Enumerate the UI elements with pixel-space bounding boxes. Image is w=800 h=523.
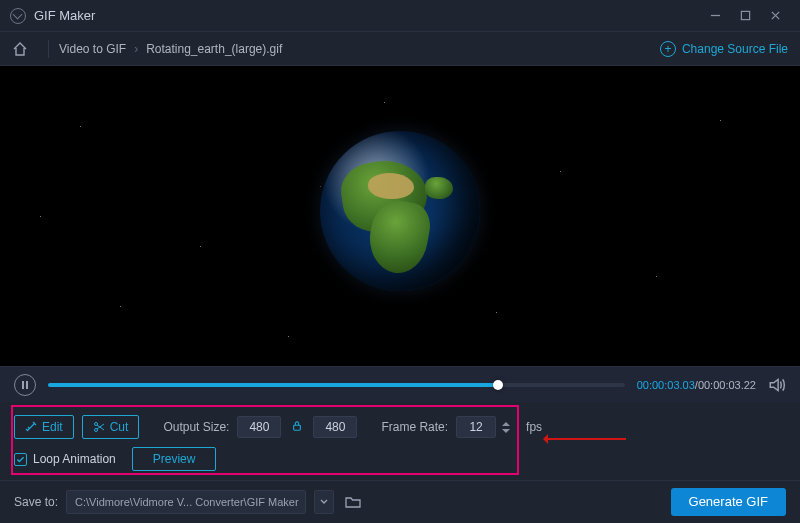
change-source-button[interactable]: + Change Source File bbox=[660, 41, 788, 57]
maximize-icon bbox=[740, 10, 751, 21]
loop-animation-label: Loop Animation bbox=[33, 452, 116, 466]
footer: Save to: C:\Vidmore\Vidmore V... Convert… bbox=[0, 480, 800, 522]
edit-button[interactable]: Edit bbox=[14, 415, 74, 439]
toolbar: Video to GIF › Rotating_earth_(large).gi… bbox=[0, 32, 800, 66]
breadcrumb-file[interactable]: Rotating_earth_(large).gif bbox=[146, 42, 282, 56]
volume-icon bbox=[768, 376, 786, 394]
caret-down-icon bbox=[320, 498, 328, 506]
home-button[interactable] bbox=[12, 41, 28, 57]
cut-label: Cut bbox=[110, 420, 129, 434]
current-time: 00:00:03.03 bbox=[637, 379, 695, 391]
browse-folder-button[interactable] bbox=[342, 491, 364, 513]
pause-button[interactable] bbox=[14, 374, 36, 396]
app-logo-icon bbox=[10, 8, 26, 24]
breadcrumb-root[interactable]: Video to GIF bbox=[59, 42, 126, 56]
checkbox-box bbox=[14, 453, 27, 466]
seek-fill bbox=[48, 383, 498, 387]
cut-button[interactable]: Cut bbox=[82, 415, 140, 439]
lock-aspect-button[interactable] bbox=[289, 420, 305, 435]
generate-gif-button[interactable]: Generate GIF bbox=[671, 488, 786, 516]
save-to-label: Save to: bbox=[14, 495, 58, 509]
spinner-up[interactable] bbox=[502, 422, 510, 426]
chevron-right-icon: › bbox=[134, 42, 138, 56]
app-title: GIF Maker bbox=[34, 8, 95, 23]
save-path-dropdown[interactable] bbox=[314, 490, 334, 514]
video-preview bbox=[0, 66, 800, 366]
lock-icon bbox=[292, 420, 302, 432]
wand-icon bbox=[25, 421, 37, 433]
loop-animation-checkbox[interactable]: Loop Animation bbox=[14, 452, 116, 466]
annotation-arrow bbox=[546, 438, 626, 440]
close-button[interactable] bbox=[760, 4, 790, 28]
fps-unit: fps bbox=[526, 420, 542, 434]
plus-circle-icon: + bbox=[660, 41, 676, 57]
total-time: 00:00:03.22 bbox=[698, 379, 756, 391]
height-input[interactable]: 480 bbox=[313, 416, 357, 438]
transport-bar: 00:00:03.03/00:00:03.22 bbox=[0, 366, 800, 402]
minimize-button[interactable] bbox=[700, 4, 730, 28]
seek-thumb[interactable] bbox=[493, 380, 503, 390]
minimize-icon bbox=[710, 10, 721, 21]
folder-icon bbox=[345, 495, 361, 509]
edit-label: Edit bbox=[42, 420, 63, 434]
close-icon bbox=[770, 10, 781, 21]
home-icon bbox=[12, 41, 28, 57]
frame-rate-input[interactable]: 12 bbox=[456, 416, 496, 438]
frame-rate-spinner bbox=[502, 416, 514, 438]
preview-button[interactable]: Preview bbox=[132, 447, 217, 471]
change-source-label: Change Source File bbox=[682, 42, 788, 56]
width-input[interactable]: 480 bbox=[237, 416, 281, 438]
frame-rate-label: Frame Rate: bbox=[381, 420, 448, 434]
check-icon bbox=[16, 455, 25, 464]
scissors-icon bbox=[93, 421, 105, 433]
spinner-down[interactable] bbox=[502, 429, 510, 433]
volume-button[interactable] bbox=[768, 376, 786, 394]
pause-icon bbox=[22, 381, 24, 389]
settings-row-1: Edit Cut Output Size: 480 480 Frame Rate… bbox=[14, 412, 786, 442]
settings-row-2: Loop Animation Preview bbox=[14, 442, 786, 476]
svg-rect-1 bbox=[741, 11, 749, 19]
seek-slider[interactable] bbox=[48, 383, 625, 387]
maximize-button[interactable] bbox=[730, 4, 760, 28]
earth-graphic bbox=[320, 131, 480, 291]
toolbar-separator bbox=[48, 40, 49, 58]
svg-rect-6 bbox=[294, 425, 301, 430]
save-path-field[interactable]: C:\Vidmore\Vidmore V... Converter\GIF Ma… bbox=[66, 490, 306, 514]
timecode: 00:00:03.03/00:00:03.22 bbox=[637, 379, 756, 391]
titlebar: GIF Maker bbox=[0, 0, 800, 32]
output-size-label: Output Size: bbox=[163, 420, 229, 434]
settings-panel: Edit Cut Output Size: 480 480 Frame Rate… bbox=[0, 402, 800, 480]
